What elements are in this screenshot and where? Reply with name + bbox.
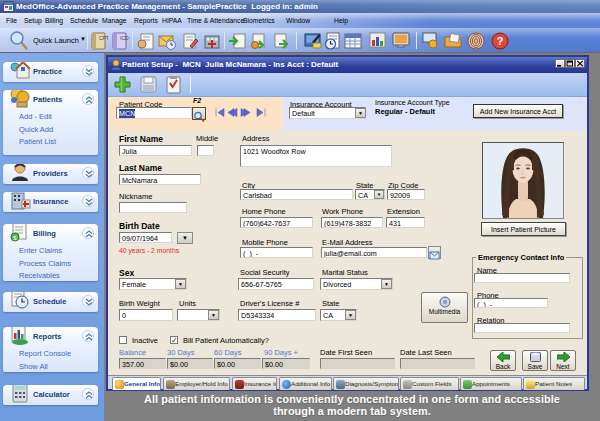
svg-text:ICD: ICD	[120, 35, 129, 41]
svg-text:CPT: CPT	[99, 35, 108, 41]
svg-text:?: ?	[497, 35, 504, 47]
